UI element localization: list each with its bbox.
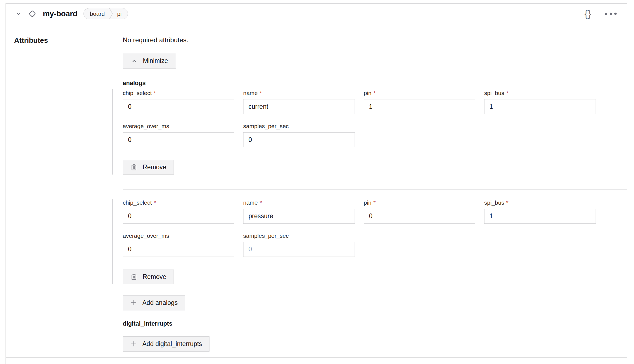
average-over-ms-label: average_over_ms	[123, 233, 234, 239]
attributes-form-column: No required attributes. Minimize analogs…	[123, 36, 627, 358]
analog-item-2: chip_select* name* pin* spi_bus*	[112, 199, 627, 284]
collapse-toggle-button[interactable]	[14, 9, 23, 18]
required-marker: *	[506, 199, 508, 206]
required-marker: *	[373, 199, 376, 206]
required-marker: *	[373, 90, 376, 96]
samples-per-sec-label: samples_per_sec	[243, 233, 355, 239]
average-over-ms-input[interactable]	[123, 242, 234, 257]
attributes-section: Attributes No required attributes. Minim…	[6, 24, 627, 358]
digital-interrupts-group-label: digital_interrupts	[123, 320, 627, 327]
analogs-group-label: analogs	[123, 80, 627, 86]
field-spi-bus: spi_bus*	[484, 90, 596, 114]
samples-per-sec-input[interactable]	[243, 242, 355, 257]
required-marker: *	[260, 199, 262, 206]
trash-icon	[130, 163, 138, 171]
required-marker: *	[154, 90, 156, 96]
pin-input[interactable]	[364, 99, 475, 114]
add-analogs-button-label: Add analogs	[142, 299, 178, 307]
json-mode-toggle-button[interactable]: {}	[583, 8, 593, 19]
minimize-button-label: Minimize	[143, 57, 168, 65]
chip-select-input[interactable]	[123, 99, 234, 114]
pin-label: pin*	[364, 199, 475, 206]
field-pin: pin*	[364, 90, 475, 114]
average-over-ms-input[interactable]	[123, 132, 234, 147]
component-type-badge: board pi	[83, 8, 128, 19]
badge-chevron-divider-icon	[109, 8, 113, 19]
field-average-over-ms: average_over_ms	[123, 233, 234, 257]
badge-type-label: board	[84, 9, 109, 19]
plus-icon	[130, 299, 137, 306]
field-chip-select: chip_select*	[123, 90, 234, 114]
component-name-title: my-board	[43, 9, 77, 18]
remove-button-label: Remove	[143, 273, 166, 281]
field-name: name*	[243, 199, 355, 224]
pin-label: pin*	[364, 90, 475, 96]
remove-button-label: Remove	[143, 163, 166, 171]
name-label: name*	[243, 90, 355, 96]
board-component-icon	[28, 9, 37, 18]
required-marker: *	[154, 199, 156, 206]
field-chip-select: chip_select*	[123, 199, 234, 224]
section-bottom-divider	[6, 357, 627, 358]
add-digital-interrupts-button[interactable]: Add digital_interrupts	[123, 336, 209, 352]
field-pin: pin*	[364, 199, 475, 224]
remove-analog-button[interactable]: Remove	[123, 160, 174, 175]
average-over-ms-label: average_over_ms	[123, 123, 234, 130]
component-card-header: my-board board pi {}	[6, 4, 627, 24]
minimize-button[interactable]: Minimize	[123, 53, 176, 69]
pin-input[interactable]	[364, 209, 475, 224]
spi-bus-input[interactable]	[484, 209, 596, 224]
component-card: my-board board pi {} Attributes	[6, 3, 627, 364]
spi-bus-input[interactable]	[484, 99, 596, 114]
add-analogs-button[interactable]: Add analogs	[123, 295, 185, 310]
attributes-heading: Attributes	[14, 36, 48, 45]
chevron-down-icon	[15, 10, 22, 17]
remove-analog-button[interactable]: Remove	[123, 270, 174, 284]
trash-icon	[130, 273, 138, 281]
required-marker: *	[506, 90, 508, 96]
ellipsis-icon	[604, 12, 617, 15]
plus-icon	[130, 340, 137, 347]
analog-items-divider	[123, 189, 627, 190]
spi-bus-label: spi_bus*	[484, 90, 596, 96]
field-name: name*	[243, 90, 355, 114]
name-label: name*	[243, 199, 355, 206]
chip-select-label: chip_select*	[123, 199, 234, 206]
field-average-over-ms: average_over_ms	[123, 123, 234, 147]
spi-bus-label: spi_bus*	[484, 199, 596, 206]
name-input[interactable]	[243, 209, 355, 224]
chip-select-input[interactable]	[123, 209, 234, 224]
field-spi-bus: spi_bus*	[484, 199, 596, 224]
name-input[interactable]	[243, 99, 355, 114]
add-digital-interrupts-row: Add digital_interrupts	[123, 336, 627, 352]
chip-select-label: chip_select*	[123, 90, 234, 96]
add-analogs-row: Add analogs	[123, 295, 627, 310]
required-marker: *	[260, 90, 262, 96]
samples-per-sec-input[interactable]	[243, 132, 355, 147]
add-digital-interrupts-button-label: Add digital_interrupts	[142, 340, 202, 348]
more-options-menu-button[interactable]	[603, 10, 619, 17]
chevron-up-icon	[131, 57, 138, 65]
field-samples-per-sec: samples_per_sec	[243, 123, 355, 147]
field-samples-per-sec: samples_per_sec	[243, 233, 355, 257]
analog-item-1: chip_select* name* pin* spi_bus*	[112, 89, 627, 175]
no-required-attributes-note: No required attributes.	[123, 36, 627, 44]
samples-per-sec-label: samples_per_sec	[243, 123, 355, 130]
badge-model-label: pi	[113, 9, 128, 19]
